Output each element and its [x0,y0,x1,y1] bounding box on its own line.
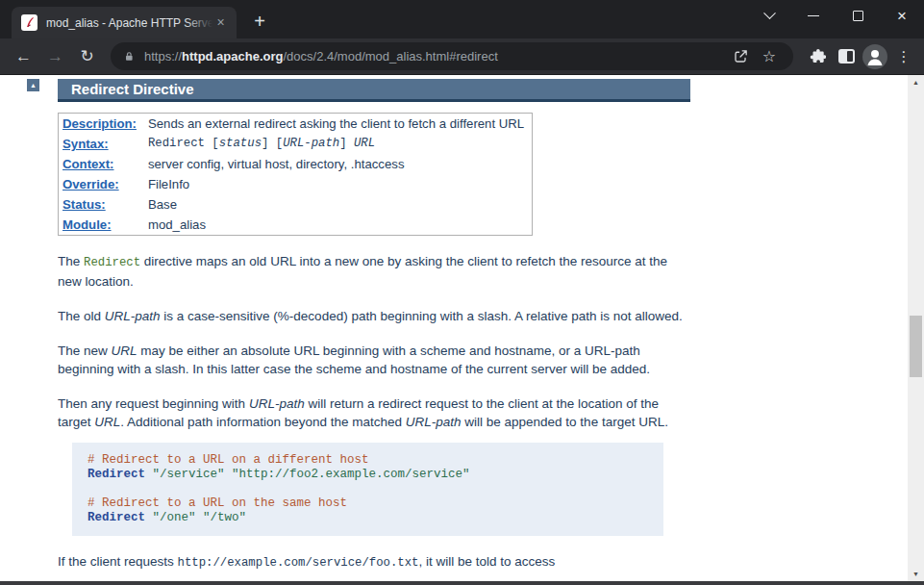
paragraph-text: . Additional path information beyond the… [120,415,405,429]
browser-window: mod_alias - Apache HTTP Server × + × ← →… [0,0,924,585]
code-directive: Redirect [87,468,145,481]
module-label-link[interactable]: Module: [62,217,112,232]
reload-button[interactable]: ↻ [71,42,103,71]
url-path: /docs/2.4/mod/mod_alias.html#redirect [283,49,497,64]
section-header: Redirect Directive [58,79,690,102]
paragraph-text: will be appended to the target URL. [462,415,668,429]
url-var: URL [112,343,137,358]
section-title: Redirect Directive [71,81,194,97]
url-path-var: URL-path [406,415,462,429]
address-bar[interactable]: https://httpd.apache.org/docs/2.4/mod/mo… [111,42,793,70]
table-row-description: Description: Sends an external redirect … [59,114,533,135]
profile-avatar-icon[interactable] [861,43,889,70]
paragraph-5: If the client requests http://example.co… [58,552,690,572]
paragraph-text: , it will be told to access [418,554,555,569]
paragraph-2: The old URL-path is a case-sensitive (%-… [58,307,690,325]
paragraph-text: Then any request beginning with [58,396,249,411]
url-path-var: URL-path [105,309,161,323]
code-comment-line: # Redirect to a URL on the same host [87,496,663,511]
back-to-top-link[interactable]: ▲ [27,79,39,91]
description-label-link[interactable]: Description: [62,116,137,131]
bookmark-star-icon[interactable]: ☆ [755,43,784,70]
code-line: Redirect "/service" "http://foo2.example… [87,468,663,482]
redirect-directive-link[interactable]: Redirect [84,256,140,269]
share-icon[interactable] [726,43,755,70]
context-value: server config, virtual host, directory, … [148,157,405,171]
side-panel-icon[interactable] [832,43,861,70]
browser-tab[interactable]: mod_alias - Apache HTTP Server × [12,7,237,38]
paragraph-text: directive maps an old URL into a new one… [58,254,667,289]
table-row-syntax: Syntax: Redirect [status] [URL-path] URL [59,134,533,154]
avatar [862,44,887,69]
tab-strip: mod_alias - Apache HTTP Server × + × [0,0,924,38]
url-var: URL [94,415,120,429]
code-comment: # Redirect to a URL on a different host [87,453,369,467]
directive-summary-table: Description: Sends an external redirect … [58,113,533,236]
status-label-link[interactable]: Status: [62,197,106,212]
syntax-var: URL [354,137,375,150]
scrollbar[interactable]: ▲ ▼ [908,75,924,581]
window-controls: × [747,0,924,31]
code-directive: Redirect [87,511,145,524]
code-comment: # Redirect to a URL on the same host [87,496,347,510]
tab-title: mod_alias - Apache HTTP Server [46,15,212,31]
inline-url-code: http://example.com/service/foo.txt [178,556,419,570]
override-value: FileInfo [148,177,189,191]
paragraph-text: The new [58,343,112,358]
scroll-up-arrow-icon[interactable]: ▲ [908,75,924,89]
code-blank-line [87,482,663,496]
paragraph-4: Then any request beginning with URL-path… [58,394,690,431]
table-row-status: Status: Base [59,194,533,215]
code-string-args: "/one" "/two" [145,511,246,524]
window-chevron-icon[interactable] [747,0,791,31]
lock-icon [123,50,135,63]
status-value: Base [148,197,177,212]
syntax-label-link[interactable]: Syntax: [62,137,109,151]
syntax-var: status [219,137,262,150]
close-window-button[interactable]: × [880,0,924,31]
syntax-seg: Redirect [ [148,137,219,150]
module-value: mod_alias [148,217,206,232]
paragraph-text: The old [58,309,105,323]
code-line: Redirect "/one" "/two" [87,511,663,525]
maximize-icon [853,11,863,21]
paragraph-1: The Redirect directive maps an old URL i… [58,252,690,291]
browser-toolbar: ← → ↻ https://httpd.apache.org/docs/2.4/… [0,38,924,75]
syntax-seg: ] [339,137,354,150]
maximize-button[interactable] [836,0,880,31]
syntax-var: URL-path [283,137,339,150]
syntax-value: Redirect [status] [URL-path] URL [144,134,533,154]
menu-dots-icon[interactable]: ⋮ [889,43,918,70]
new-tab-button[interactable]: + [246,9,273,36]
code-string-args: "/service" "http://foo2.example.com/serv… [145,468,470,481]
paragraph-text: If the client requests [58,554,178,569]
window-bottom-edge [0,581,924,585]
url-host: httpd.apache.org [182,49,283,64]
override-label-link[interactable]: Override: [62,177,119,191]
paragraph-3: The new URL may be either an absolute UR… [58,342,690,378]
paragraph-text: The [58,254,84,268]
table-row-override: Override: FileInfo [59,174,533,194]
paragraph-text: may be either an absolute URL beginning … [58,343,650,376]
forward-button[interactable]: → [39,42,71,71]
table-row-context: Context: server config, virtual host, di… [59,154,533,174]
page-content: ▲ Redirect Directive Description: Sends … [0,75,924,581]
example-code-block: # Redirect to a URL on a different host … [72,443,663,536]
chevron-down-icon [763,7,776,19]
scroll-down-arrow-icon[interactable]: ▼ [908,567,924,581]
paragraph-text: is a case-sensitive (%-decoded) path beg… [161,309,683,323]
extensions-puzzle-icon[interactable] [803,43,832,70]
scrollbar-thumb[interactable] [910,316,922,377]
main-column: Redirect Directive Description: Sends an… [58,75,690,572]
code-comment-line: # Redirect to a URL on a different host [87,453,663,468]
syntax-seg: ] [ [262,137,283,150]
apache-feather-favicon-icon [21,14,37,31]
context-label-link[interactable]: Context: [62,157,113,171]
side-panel-glyph [838,49,855,64]
up-arrow-icon: ▲ [30,82,37,89]
table-row-module: Module: mod_alias [59,215,533,236]
tab-close-icon[interactable]: × [212,14,229,31]
minimize-button[interactable] [791,0,836,31]
url-text: https://httpd.apache.org/docs/2.4/mod/mo… [144,49,726,64]
back-button[interactable]: ← [8,42,39,71]
